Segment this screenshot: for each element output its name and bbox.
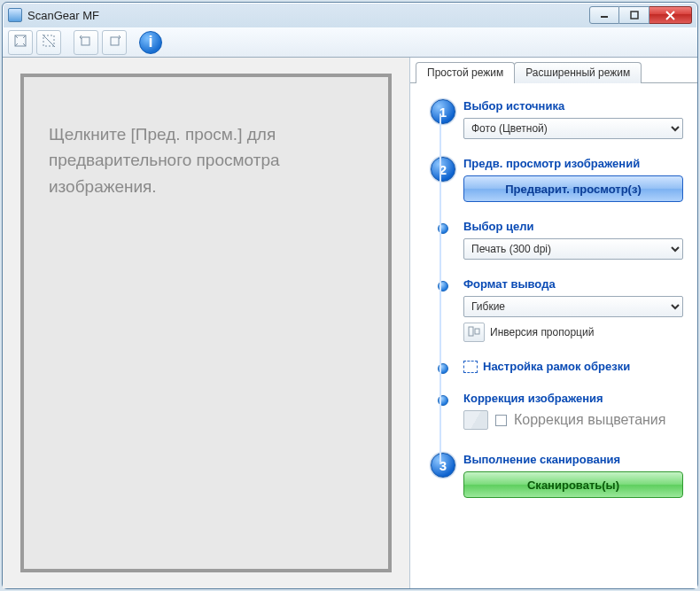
rotate-left-icon [78, 33, 94, 52]
step-number-3: 3 [431, 453, 455, 478]
preview-pane: Щелкните [Пред. просм.] для предваритель… [3, 58, 410, 588]
svg-rect-7 [82, 37, 89, 45]
svg-rect-8 [111, 37, 119, 45]
svg-rect-1 [631, 12, 638, 19]
steps-area: 1 Выбор источника Фото (Цветной) 2 Предв… [410, 83, 697, 588]
rotate-right-icon [106, 33, 122, 52]
tab-simple-mode[interactable]: Простой режим [416, 62, 515, 83]
source-select[interactable]: Фото (Цветной) [463, 118, 683, 139]
app-window: ScanGear MF [2, 2, 698, 589]
minimize-button[interactable] [589, 6, 619, 24]
scan-button[interactable]: Сканировать(ы) [463, 471, 683, 498]
output-select[interactable]: Гибкие [463, 296, 683, 317]
preview-title: Предв. просмотр изображений [463, 157, 683, 170]
app-icon [8, 8, 22, 22]
fade-correction-label: Коррекция выцветания [514, 412, 665, 428]
invert-icon [468, 326, 480, 339]
svg-line-6 [43, 35, 55, 47]
auto-crop-button[interactable] [8, 30, 33, 55]
correction-title: Коррекция изображения [463, 392, 683, 405]
step-correction: Коррекция изображения Коррекция выцветан… [423, 392, 683, 430]
preview-frame[interactable]: Щелкните [Пред. просм.] для предваритель… [20, 74, 392, 572]
step-rail [439, 113, 441, 464]
remove-crop-button[interactable] [36, 30, 61, 55]
rotate-left-button[interactable] [74, 30, 98, 55]
window-title: ScanGear MF [27, 9, 99, 22]
step-number-1: 1 [431, 99, 455, 124]
crop-out-icon [41, 33, 57, 52]
output-title: Формат вывода [463, 277, 683, 291]
preview-placeholder: Щелкните [Пред. просм.] для предваритель… [49, 121, 363, 199]
svg-rect-9 [469, 327, 473, 336]
side-panel: Простой режим Расширенный режим 1 Выбор … [410, 58, 697, 588]
step-purpose: Выбор цели Печать (300 dpi) [423, 220, 683, 260]
crop-frame-icon [463, 361, 478, 373]
titlebar[interactable]: ScanGear MF [3, 3, 697, 27]
step-scan: 3 Выполнение сканирования Сканировать(ы) [423, 453, 683, 498]
step-crop: Настройка рамок обрезки [423, 360, 683, 374]
fade-correction-thumb [463, 410, 488, 430]
crop-in-icon [12, 33, 28, 52]
info-icon: i [148, 33, 152, 51]
crop-title[interactable]: Настройка рамок обрезки [483, 360, 630, 373]
step-number-2: 2 [431, 157, 455, 182]
tab-advanced-mode[interactable]: Расширенный режим [514, 62, 642, 83]
source-title: Выбор источника [463, 99, 683, 113]
close-button[interactable] [649, 6, 692, 24]
info-button[interactable]: i [139, 31, 162, 54]
preview-button[interactable]: Предварит. просмотр(з) [463, 175, 683, 202]
svg-rect-10 [475, 329, 479, 334]
invert-proportions-button[interactable] [463, 323, 485, 342]
rotate-right-button[interactable] [102, 30, 127, 55]
step-source: 1 Выбор источника Фото (Цветной) [423, 99, 683, 139]
tab-strip: Простой режим Расширенный режим [410, 58, 697, 82]
toolbar: i [3, 27, 697, 58]
step-preview: 2 Предв. просмотр изображений Предварит.… [423, 157, 683, 202]
content-area: Щелкните [Пред. просм.] для предваритель… [3, 58, 697, 588]
invert-label: Инверсия пропорций [490, 326, 594, 338]
purpose-select[interactable]: Печать (300 dpi) [463, 238, 683, 260]
scan-title: Выполнение сканирования [463, 453, 683, 466]
step-output: Формат вывода Гибкие Инверсия пропорций [423, 277, 683, 342]
maximize-button[interactable] [619, 6, 649, 24]
purpose-title: Выбор цели [463, 220, 683, 233]
fade-correction-checkbox[interactable] [495, 415, 507, 426]
